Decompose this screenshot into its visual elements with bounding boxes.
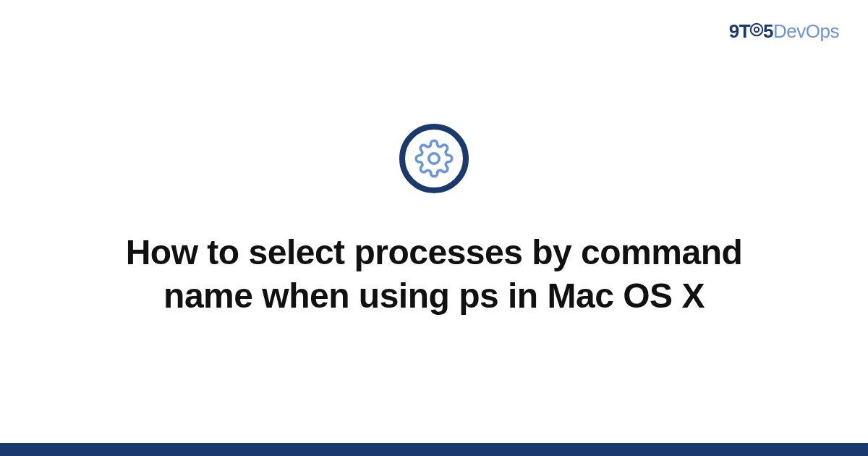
gear-icon [414, 139, 454, 178]
footer-bar [0, 443, 868, 456]
svg-point-0 [751, 23, 763, 35]
logo-text-9t: 9T [729, 20, 750, 42]
logo-text-devops: DevOps [773, 20, 839, 42]
logo-text-5: 5 [763, 20, 773, 42]
hero-icon-circle [399, 124, 469, 193]
logo-gear-icon [749, 20, 765, 43]
svg-point-1 [754, 27, 759, 31]
main-content: How to select processes by command name … [0, 0, 868, 456]
site-logo: 9T5DevOps [729, 20, 839, 44]
article-title: How to select processes by command name … [87, 231, 781, 318]
svg-point-2 [429, 153, 439, 164]
